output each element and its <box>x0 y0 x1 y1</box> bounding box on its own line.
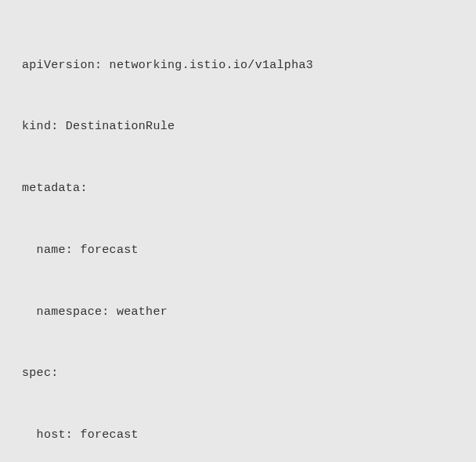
code-line: name: forecast <box>22 240 454 261</box>
code-line: host: forecast <box>22 425 454 446</box>
code-line: kind: DestinationRule <box>22 117 454 137</box>
yaml-code-block: apiVersion: networking.istio.io/v1alpha3… <box>22 14 454 462</box>
code-line: apiVersion: networking.istio.io/v1alpha3 <box>22 56 454 76</box>
code-line: metadata: <box>22 179 454 199</box>
code-line: namespace: weather <box>22 302 454 323</box>
code-line: spec: <box>22 363 454 384</box>
